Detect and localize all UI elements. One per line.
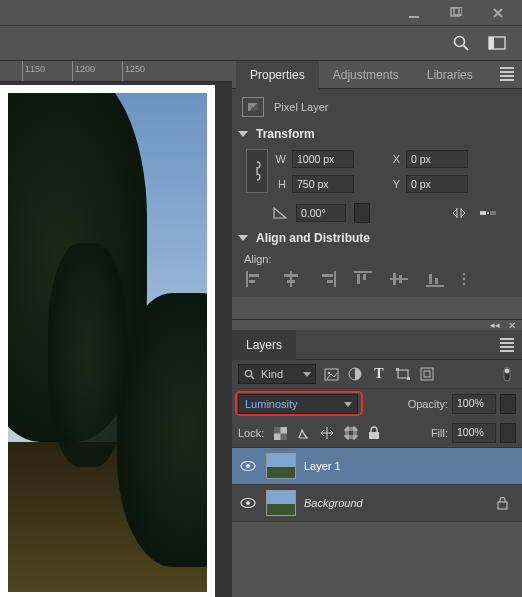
align-top-icon[interactable] [354, 271, 372, 287]
svg-rect-11 [249, 274, 259, 277]
filter-adjustment-icon[interactable] [346, 365, 364, 383]
layer-thumbnail[interactable] [266, 490, 296, 516]
svg-rect-39 [421, 368, 433, 380]
filter-kind-select[interactable]: Kind [238, 364, 316, 384]
window-close-button[interactable] [484, 3, 512, 23]
svg-rect-17 [322, 274, 333, 277]
fill-label: Fill: [431, 427, 448, 439]
rotation-dropdown[interactable] [354, 203, 370, 223]
tab-properties[interactable]: Properties [236, 61, 319, 89]
lock-all-icon[interactable] [368, 426, 380, 440]
opacity-dropdown[interactable] [500, 394, 516, 414]
lock-image-icon[interactable] [297, 427, 310, 440]
svg-line-32 [251, 376, 254, 379]
window-maximize-button[interactable] [442, 3, 470, 23]
layer-row[interactable]: Layer 1 [232, 448, 522, 485]
blend-mode-select[interactable]: Luminosity [238, 394, 358, 414]
panel-column: Properties Adjustments Libraries Pixel L… [232, 61, 522, 597]
align-icon-row [246, 271, 512, 287]
rotation-input[interactable]: 0.00° [296, 204, 346, 222]
pixel-layer-icon [242, 97, 264, 117]
filter-toggle-switch[interactable] [498, 365, 516, 383]
align-section-header[interactable]: Align and Distribute [238, 231, 512, 245]
svg-rect-27 [435, 278, 438, 284]
document-canvas[interactable] [0, 85, 215, 597]
lock-transparency-icon[interactable] [274, 427, 287, 440]
width-input[interactable]: 1000 px [292, 150, 354, 168]
flip-horizontal-icon[interactable] [450, 206, 468, 220]
svg-point-34 [327, 371, 329, 373]
x-input[interactable]: 0 px [406, 150, 468, 168]
filter-shape-icon[interactable] [394, 365, 412, 383]
svg-point-3 [455, 37, 465, 47]
layers-panel: ◂◂ ✕ Layers Kind T Luminosity [232, 319, 522, 522]
angle-icon [272, 206, 288, 220]
properties-panel-tabs: Properties Adjustments Libraries [232, 61, 522, 89]
filter-kind-label: Kind [261, 368, 283, 380]
svg-rect-40 [424, 371, 430, 377]
align-left-icon[interactable] [246, 271, 264, 287]
align-right-icon[interactable] [318, 271, 336, 287]
svg-point-55 [246, 501, 250, 505]
layer-name[interactable]: Layer 1 [304, 460, 341, 472]
y-input[interactable]: 0 px [406, 175, 468, 193]
opacity-label: Opacity: [408, 398, 448, 410]
flip-vertical-icon[interactable] [478, 206, 498, 220]
svg-rect-19 [354, 271, 372, 273]
tab-layers[interactable]: Layers [232, 330, 296, 360]
layer-type-label: Pixel Layer [274, 101, 328, 113]
filter-type-icon[interactable]: T [370, 365, 388, 383]
height-label: H [272, 178, 286, 190]
svg-rect-12 [249, 280, 255, 283]
tab-adjustments[interactable]: Adjustments [319, 61, 413, 89]
lock-position-icon[interactable] [320, 426, 334, 440]
layers-panel-menu-icon[interactable] [500, 338, 514, 352]
screen-mode-button[interactable] [488, 36, 510, 50]
svg-rect-18 [327, 280, 333, 283]
canvas-image [8, 93, 207, 592]
horizontal-ruler: 1100 1150 1200 1250 [0, 61, 232, 82]
panel-menu-icon[interactable] [500, 67, 514, 81]
lock-label: Lock: [238, 427, 264, 439]
align-center-h-icon[interactable] [282, 271, 300, 287]
svg-rect-51 [369, 432, 379, 439]
fill-input[interactable]: 100% [452, 423, 496, 443]
filter-smartobject-icon[interactable] [418, 365, 436, 383]
search-icon[interactable] [452, 34, 470, 52]
layer-thumbnail[interactable] [266, 453, 296, 479]
svg-rect-37 [396, 368, 399, 371]
align-center-v-icon[interactable] [390, 271, 408, 287]
link-dimensions-button[interactable] [246, 149, 268, 193]
transform-section-header[interactable]: Transform [238, 127, 512, 141]
opacity-input[interactable]: 100% [452, 394, 496, 414]
svg-rect-15 [287, 280, 295, 283]
fill-dropdown[interactable] [500, 423, 516, 443]
tab-libraries[interactable]: Libraries [413, 61, 487, 89]
window-minimize-button[interactable] [400, 3, 428, 23]
height-input[interactable]: 750 px [292, 175, 354, 193]
svg-rect-7 [480, 211, 486, 215]
chevron-down-icon [238, 131, 248, 137]
svg-rect-56 [498, 502, 507, 509]
layer-row[interactable]: Background [232, 485, 522, 522]
layer-name[interactable]: Background [304, 497, 363, 509]
svg-rect-21 [363, 274, 366, 280]
svg-point-9 [487, 212, 489, 214]
svg-rect-6 [489, 37, 494, 49]
svg-rect-23 [393, 273, 396, 285]
lock-fill-row: Lock: Fill: 100% [232, 419, 522, 448]
align-bottom-icon[interactable] [426, 271, 444, 287]
more-align-icon[interactable] [462, 271, 466, 287]
lock-artboard-icon[interactable] [344, 426, 358, 440]
svg-point-28 [463, 273, 466, 276]
visibility-toggle[interactable] [238, 460, 258, 472]
svg-rect-14 [284, 274, 298, 277]
ruler-tick-label: 1150 [25, 64, 45, 74]
chevron-down-icon [238, 235, 248, 241]
collapse-panel-icon[interactable]: ◂◂ [490, 320, 500, 330]
close-panel-icon[interactable]: ✕ [508, 320, 516, 331]
svg-point-53 [246, 464, 250, 468]
svg-point-42 [505, 369, 510, 374]
visibility-toggle[interactable] [238, 497, 258, 509]
filter-pixel-icon[interactable] [322, 365, 340, 383]
